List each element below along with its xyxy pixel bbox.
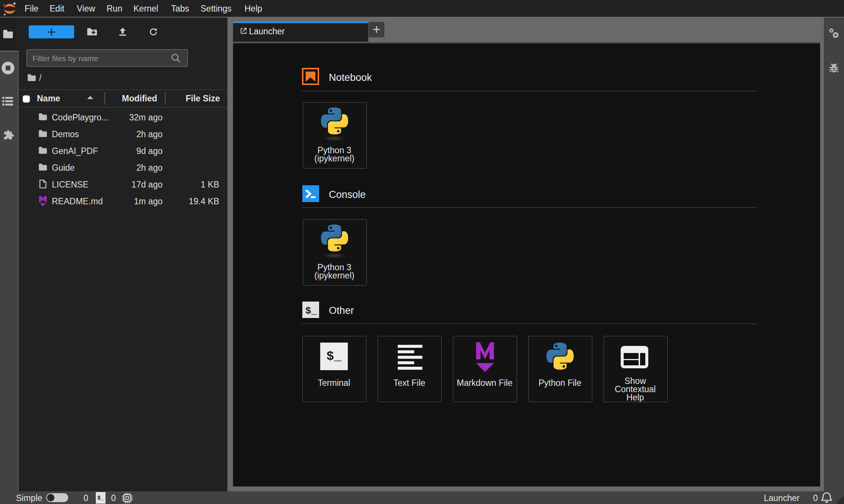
svg-text:$_: $_ <box>305 305 317 316</box>
